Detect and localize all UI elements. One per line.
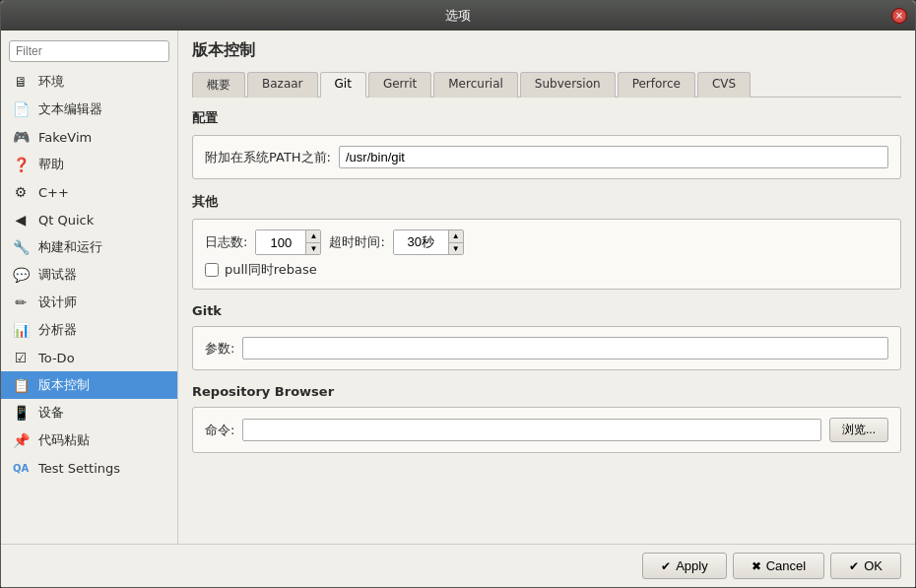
sidebar-item-test-settings[interactable]: QA Test Settings [1,454,177,482]
debugger-icon: 💬 [11,265,31,285]
sidebar-item-debugger[interactable]: 💬 调试器 [1,261,177,289]
params-field-row: 参数: [205,337,888,359]
vcs-icon: 📋 [11,375,31,395]
ok-button[interactable]: ✔ OK [830,553,901,579]
sidebar-label-analyzer: 分析器 [38,321,77,339]
timeout-down-button[interactable]: ▼ [449,242,463,254]
sidebar-item-devices[interactable]: 📱 设备 [1,399,177,426]
help-icon: ❓ [11,155,31,174]
ok-label: OK [864,558,883,573]
analyzer-icon: 📊 [11,320,31,340]
content-area: 🖥 环境 📄 文本编辑器 🎮 FakeVim ❓ 帮助 ⚙ C++ ◀ Qt [1,31,915,544]
sidebar-item-todo[interactable]: ☑ To-Do [1,344,177,371]
sidebar-label-todo: To-Do [38,351,75,365]
dialog-title: 选项 [445,7,471,25]
sidebar-item-vcs[interactable]: 📋 版本控制 [1,371,177,399]
designer-icon: ✏ [11,293,31,312]
timeout-spinbox[interactable]: ▲ ▼ [393,229,464,255]
tab-perforce[interactable]: Perforce [618,72,695,98]
log-count-spinbox-buttons: ▲ ▼ [305,230,320,254]
apply-button[interactable]: ✔ Apply [642,553,727,579]
timeout-spinbox-buttons: ▲ ▼ [448,230,463,254]
timeout-up-button[interactable]: ▲ [449,230,463,242]
config-section-title: 配置 [192,109,901,127]
sidebar-label-vcs: 版本控制 [38,376,90,394]
apply-icon: ✔ [661,559,671,573]
devices-icon: 📱 [11,403,31,423]
path-input[interactable] [339,146,888,168]
sidebar-item-cpp[interactable]: ⚙ C++ [1,178,177,206]
command-field-row: 命令: 浏览... [205,418,888,442]
sidebar-label-designer: 设计师 [38,294,77,311]
close-button[interactable]: × [891,8,907,24]
params-input[interactable] [242,337,888,359]
command-label: 命令: [205,422,234,439]
tab-cvs[interactable]: CVS [697,72,751,98]
tab-git[interactable]: Git [320,72,366,98]
cancel-icon: ✖ [752,559,761,573]
browse-button[interactable]: 浏览... [829,418,888,442]
filter-input[interactable] [9,40,169,62]
build-run-icon: 🔧 [11,237,31,257]
timeout-label: 超时时间: [329,233,384,251]
sidebar-item-code-paste[interactable]: 📌 代码粘贴 [1,426,177,454]
repo-browser-section: Repository Browser 命令: 浏览... [192,384,901,453]
other-section: 其他 日志数: ▲ ▼ 超时时间: [192,193,901,290]
other-section-title: 其他 [192,193,901,211]
sidebar-item-text-editor[interactable]: 📄 文本编辑器 [1,96,177,123]
sidebar-label-fakevim: FakeVim [38,130,92,145]
ok-icon: ✔ [849,559,859,573]
sidebar-item-qt-quick[interactable]: ◀ Qt Quick [1,206,177,233]
other-section-box: 日志数: ▲ ▼ 超时时间: ▲ [192,219,901,290]
cancel-label: Cancel [766,558,806,573]
sidebar-label-code-paste: 代码粘贴 [38,431,90,449]
params-label: 参数: [205,340,234,358]
config-section-box: 附加在系统PATH之前: [192,135,901,179]
tab-mercurial[interactable]: Mercurial [433,72,518,98]
rebase-checkbox[interactable] [205,263,219,277]
sidebar-label-qt-quick: Qt Quick [38,213,94,228]
path-field-row: 附加在系统PATH之前: [205,146,888,168]
tab-gerrit[interactable]: Gerrit [368,72,431,98]
sidebar-label-build-run: 构建和运行 [38,238,102,256]
sidebar-item-analyzer[interactable]: 📊 分析器 [1,316,177,344]
code-paste-icon: 📌 [11,430,31,450]
log-count-up-button[interactable]: ▲ [306,230,320,242]
test-settings-icon: QA [11,458,31,478]
tab-bazaar[interactable]: Bazaar [247,72,318,98]
gitk-section: Gitk 参数: [192,303,901,370]
sidebar-item-designer[interactable]: ✏ 设计师 [1,289,177,316]
gitk-section-title: Gitk [192,303,901,318]
sidebar-item-environment[interactable]: 🖥 环境 [1,68,177,96]
tab-subversion[interactable]: Subversion [520,72,616,98]
sidebar-item-help[interactable]: ❓ 帮助 [1,151,177,178]
sidebar-label-test-settings: Test Settings [38,461,120,476]
qt-quick-icon: ◀ [11,210,31,229]
log-count-down-button[interactable]: ▼ [306,242,320,254]
log-timeout-row: 日志数: ▲ ▼ 超时时间: ▲ [205,229,888,255]
path-label: 附加在系统PATH之前: [205,149,331,166]
sidebar: 🖥 环境 📄 文本编辑器 🎮 FakeVim ❓ 帮助 ⚙ C++ ◀ Qt [1,31,178,544]
title-bar: 选项 × [1,1,915,31]
main-panel: 版本控制 概要 Bazaar Git Gerrit Mercurial Subv… [178,31,915,544]
tabs-bar: 概要 Bazaar Git Gerrit Mercurial Subversio… [192,71,901,98]
sidebar-label-text-editor: 文本编辑器 [38,100,102,118]
repo-browser-section-box: 命令: 浏览... [192,407,901,453]
log-count-label: 日志数: [205,233,247,251]
config-section: 配置 附加在系统PATH之前: [192,109,901,179]
cpp-icon: ⚙ [11,182,31,202]
sidebar-item-fakevim[interactable]: 🎮 FakeVim [1,123,177,151]
apply-label: Apply [676,558,708,573]
sidebar-label-devices: 设备 [38,404,64,422]
timeout-input[interactable] [394,230,448,254]
log-count-input[interactable] [256,230,305,254]
sidebar-item-build-run[interactable]: 🔧 构建和运行 [1,233,177,261]
sidebar-label-debugger: 调试器 [38,266,77,284]
page-title: 版本控制 [192,40,901,61]
cancel-button[interactable]: ✖ Cancel [733,553,824,579]
footer: ✔ Apply ✖ Cancel ✔ OK [1,544,915,587]
log-count-spinbox[interactable]: ▲ ▼ [255,229,321,255]
rebase-row: pull同时rebase [205,261,888,279]
command-input[interactable] [242,419,821,441]
tab-overview[interactable]: 概要 [192,72,245,98]
